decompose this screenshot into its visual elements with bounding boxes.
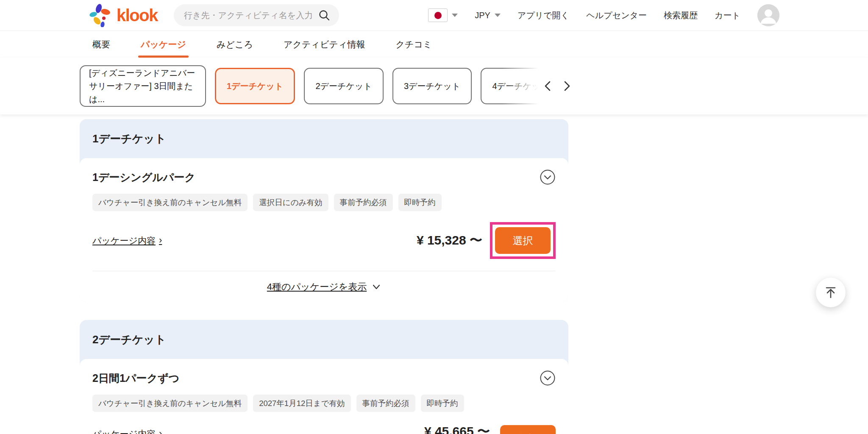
chevron-down-icon	[372, 282, 381, 292]
chevron-down-icon	[495, 14, 501, 17]
language-selector[interactable]	[428, 8, 458, 22]
tag-reservation-required: 事前予約必須	[334, 194, 393, 211]
package-title: 1デーシングルパーク	[92, 170, 195, 184]
chevron-left-icon[interactable]	[542, 80, 554, 92]
tag-instant-booking: 即時予約	[398, 194, 442, 211]
select-button[interactable]: 選択	[495, 227, 551, 254]
tag-free-cancellation: バウチャー引き換え前のキャンセル無料	[92, 395, 248, 412]
tab-reviews[interactable]: クチコミ	[395, 31, 432, 58]
show-all-packages-link[interactable]: 4種のパッケージを表示	[267, 281, 381, 293]
section-2-day-ticket: 2デーチケット 2日間1パークずつ バウチャー引き換え前のキャンセル無料 202…	[80, 320, 568, 434]
japan-flag-icon	[428, 8, 448, 22]
chevron-right-icon: ›	[159, 235, 162, 246]
package-tags: バウチャー引き換え前のキャンセル無料 選択日にのみ有効 事前予約必須 即時予約	[92, 194, 556, 211]
klook-logo-text: klook	[117, 6, 158, 25]
package-card: 2日間1パークずつ バウチャー引き換え前のキャンセル無料 2027年1月12日ま…	[80, 359, 568, 434]
chevron-down-icon	[452, 14, 458, 17]
chip-cover	[537, 58, 868, 114]
package-details-link[interactable]: パッケージ内容 ›	[92, 428, 162, 434]
selection-highlight-box: 選択	[490, 222, 556, 259]
header-nav: JPY アプリで開く ヘルプセンター 検索履歴 カート	[428, 4, 779, 26]
search-input[interactable]	[184, 11, 318, 20]
tab-highlights[interactable]: みどころ	[217, 31, 253, 58]
search-icon[interactable]	[318, 9, 331, 22]
tag-reservation-required: 事前予約必須	[356, 395, 415, 412]
card-footer: 4種のパッケージを表示	[92, 271, 556, 302]
back-to-top-button[interactable]	[816, 278, 846, 307]
chevron-right-icon[interactable]	[560, 80, 573, 92]
section-title: 1デーチケット	[92, 131, 166, 146]
price-row: パッケージ内容 › ¥ 15,328 〜 選択	[92, 222, 556, 271]
page-tabs: 概要 パッケージ みどころ アクティビティ情報 クチコミ	[0, 31, 868, 58]
chip-2-day-ticket[interactable]: 2デーチケット	[304, 68, 383, 104]
search-bar[interactable]	[174, 4, 339, 26]
user-avatar[interactable]	[757, 4, 779, 26]
chip-disneyland-anniversary-offer[interactable]: [ディズニーランドアニバーサリーオファー] 3日間または...	[80, 65, 206, 107]
package-details-link[interactable]: パッケージ内容 ›	[92, 235, 162, 247]
price-row: パッケージ内容 › ¥ 45,665 〜 ¥ 48,047 選択	[92, 423, 556, 434]
package-list: 1デーチケット 1デーシングルパーク バウチャー引き換え前のキャンセル無料 選択…	[0, 114, 868, 434]
package-card: 1デーシングルパーク バウチャー引き換え前のキャンセル無料 選択日にのみ有効 事…	[80, 158, 568, 302]
collapse-chevron-icon[interactable]	[540, 370, 556, 386]
package-price: ¥ 15,328 〜	[417, 232, 482, 249]
collapse-chevron-icon[interactable]	[540, 169, 556, 185]
section-title: 2デーチケット	[92, 332, 166, 347]
tag-instant-booking: 即時予約	[421, 395, 464, 412]
chevron-right-icon: ›	[159, 428, 162, 434]
currency-selector[interactable]: JPY	[475, 11, 501, 20]
arrow-to-top-icon	[824, 286, 837, 299]
section-header: 2デーチケット	[80, 320, 568, 359]
section-header: 1デーチケット	[80, 119, 568, 158]
person-icon	[757, 4, 779, 26]
help-center-link[interactable]: ヘルプセンター	[586, 10, 647, 21]
cart-link[interactable]: カート	[715, 10, 740, 21]
klook-burst-icon	[89, 3, 112, 27]
package-chips: [ディズニーランドアニバーサリーオファー] 3日間または... 1デーチケット …	[80, 58, 560, 114]
tag-valid-selected-date: 選択日にのみ有効	[253, 194, 328, 211]
top-header: klook JPY アプリで開く ヘルプセンター 検索履歴 カート	[0, 0, 868, 31]
package-filter-bar: [ディズニーランドアニバーサリーオファー] 3日間または... 1デーチケット …	[0, 58, 868, 114]
package-price: ¥ 45,665 〜	[424, 423, 490, 434]
section-1-day-ticket: 1デーチケット 1デーシングルパーク バウチャー引き換え前のキャンセル無料 選択…	[80, 119, 568, 302]
chip-1-day-ticket[interactable]: 1デーチケット	[215, 68, 295, 104]
tab-overview[interactable]: 概要	[92, 31, 110, 58]
tab-activity-info[interactable]: アクティビティ情報	[284, 31, 365, 58]
open-in-app-link[interactable]: アプリで開く	[517, 10, 569, 21]
currency-label: JPY	[475, 11, 490, 20]
package-tags: バウチャー引き換え前のキャンセル無料 2027年1月12日まで有効 事前予約必須…	[92, 395, 556, 412]
tag-valid-until: 2027年1月12日まで有効	[253, 395, 351, 412]
chip-3-day-ticket[interactable]: 3デーチケット	[392, 68, 472, 104]
search-history-link[interactable]: 検索履歴	[664, 10, 698, 21]
select-button[interactable]: 選択	[500, 425, 556, 434]
tab-packages[interactable]: パッケージ	[141, 31, 186, 58]
tag-free-cancellation: バウチャー引き換え前のキャンセル無料	[92, 194, 248, 211]
klook-logo[interactable]: klook	[89, 3, 158, 27]
package-title: 2日間1パークずつ	[92, 371, 179, 385]
